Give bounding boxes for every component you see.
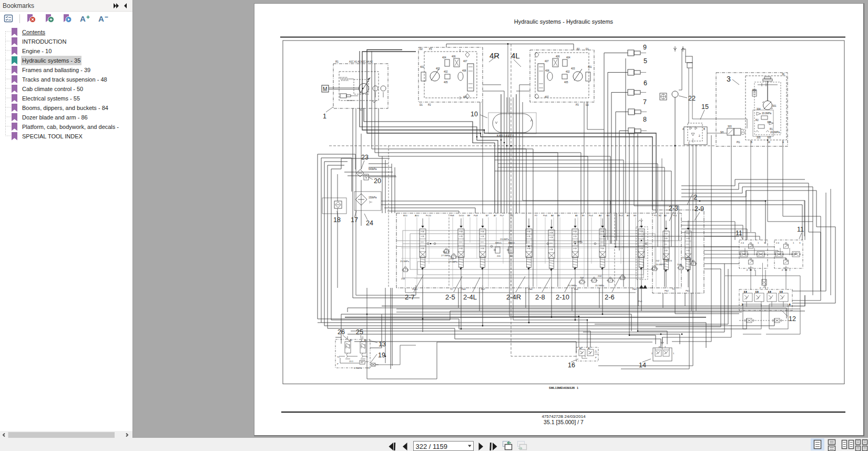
svg-text:23.0MPa: 23.0MPa	[500, 238, 509, 240]
svg-text:13-1: 13-1	[349, 360, 354, 363]
svg-text:12: 12	[789, 315, 796, 323]
svg-text:4R: 4R	[489, 51, 499, 60]
svg-text:305: 305	[767, 136, 771, 139]
svg-text:407: 407	[545, 60, 549, 63]
svg-text:MRV3: MRV3	[666, 259, 672, 262]
svg-text:Pb8: Pb8	[450, 214, 454, 217]
svg-text:P: P	[659, 346, 660, 348]
svg-text:B: B	[703, 128, 705, 131]
svg-text:19: 19	[378, 352, 385, 359]
svg-text:25.5MPa: 25.5MPa	[682, 256, 691, 259]
svg-text:2-10: 2-10	[556, 293, 569, 301]
svg-text:36: 36	[782, 73, 785, 76]
svg-text:25.5MPa: 25.5MPa	[595, 284, 605, 287]
svg-text:403: 403	[571, 67, 575, 70]
svg-text:2: 2	[693, 193, 697, 201]
svg-text:A1C A1 A2 A2C A4 A3: A1C A1 A2 A2C A4 A3	[349, 61, 373, 63]
svg-text:P2: P2	[577, 48, 580, 51]
svg-text:2-4R: 2-4R	[506, 293, 521, 301]
svg-text:303: 303	[728, 125, 732, 128]
svg-text:2-7: 2-7	[405, 293, 415, 301]
svg-text:R2: R2	[755, 119, 759, 122]
svg-text:25.5MPa: 25.5MPa	[400, 260, 410, 263]
svg-text:P: P	[760, 287, 761, 289]
svg-text:R1: R1	[770, 128, 773, 131]
svg-text:A10: A10	[415, 214, 419, 217]
svg-text:11: 11	[736, 229, 742, 237]
svg-text:25.5MPa: 25.5MPa	[574, 240, 583, 243]
svg-text:16: 16	[568, 362, 575, 369]
svg-text:20: 20	[374, 177, 381, 185]
svg-text:P3: P3	[576, 104, 579, 106]
svg-text:T1: T1	[337, 356, 340, 358]
svg-text:A5: A5	[575, 214, 578, 217]
svg-text:Pb8: Pb8	[462, 288, 466, 290]
svg-text:150kPa: 150kPa	[369, 196, 377, 199]
svg-text:402: 402	[444, 71, 448, 73]
svg-text:P: P	[782, 269, 783, 272]
svg-text:5: 5	[644, 57, 647, 65]
svg-text:1: 1	[673, 352, 675, 355]
svg-text:47574272B 24/03/2014: 47574272B 24/03/2014	[542, 414, 586, 419]
svg-text:401: 401	[588, 66, 592, 68]
svg-text:M: M	[768, 141, 770, 144]
svg-text:B: B	[751, 141, 752, 144]
svg-text:301: 301	[772, 105, 777, 107]
svg-text:Pb2: Pb2	[665, 289, 669, 292]
svg-text:17: 17	[351, 216, 358, 224]
svg-text:304: 304	[767, 121, 771, 124]
svg-text:405: 405	[444, 81, 448, 84]
svg-text:Pb3: Pb3	[632, 288, 637, 290]
svg-text:404: 404	[442, 56, 446, 59]
svg-text:407: 407	[463, 96, 467, 98]
svg-text:T2: T2	[450, 288, 453, 290]
svg-text:A2: A2	[579, 347, 583, 349]
svg-text:Po1: Po1	[638, 300, 642, 303]
svg-text:C: C	[688, 142, 690, 145]
svg-text:201: 201	[497, 255, 501, 257]
svg-text:T1: T1	[672, 288, 675, 290]
svg-text:P: P	[747, 269, 748, 272]
svg-text:P: P	[337, 363, 339, 365]
svg-text:B8: B8	[467, 214, 471, 217]
svg-text:P2: P2	[428, 104, 431, 106]
svg-text:A: A	[80, 14, 86, 23]
svg-text:PG: PG	[737, 141, 740, 144]
svg-text:A: A	[98, 14, 104, 23]
svg-text:A6: A6	[551, 214, 554, 217]
svg-text:402: 402	[566, 71, 570, 73]
svg-text:302: 302	[752, 89, 757, 92]
svg-text:D1: D1	[586, 48, 589, 51]
svg-text:403: 403	[436, 67, 440, 70]
svg-text:25.5MPa: 25.5MPa	[568, 284, 577, 287]
svg-text:P1: P1	[367, 367, 370, 369]
svg-text:404: 404	[566, 56, 570, 59]
svg-text:1: 1	[793, 242, 794, 244]
svg-text:1 3: 1 3	[755, 291, 758, 293]
svg-text:2: 2	[699, 135, 700, 137]
svg-text:SML13MEH0393JB: SML13MEH0393JB	[549, 386, 575, 389]
svg-text:204: 204	[598, 275, 602, 277]
svg-text:1 3: 1 3	[768, 291, 771, 293]
svg-text:R1: R1	[335, 61, 339, 63]
svg-text:2-6: 2-6	[605, 293, 615, 301]
svg-text:27.5MPa: 27.5MPa	[448, 260, 458, 263]
svg-text:P2: P2	[535, 214, 538, 217]
svg-text:408: 408	[545, 69, 549, 72]
svg-text:322 / 1159: 322 / 1159	[416, 443, 447, 450]
svg-text:B10: B10	[403, 214, 407, 217]
svg-text:9: 9	[643, 44, 647, 51]
svg-text:Dr10: Dr10	[459, 214, 464, 217]
svg-text:B2: B2	[659, 214, 662, 217]
svg-text:2: 2	[742, 303, 743, 306]
svg-text:B5: B5	[582, 214, 585, 217]
svg-text:27.5MPa: 27.5MPa	[441, 254, 451, 257]
svg-text:P3: P3	[429, 48, 432, 51]
svg-text:406: 406	[452, 55, 456, 58]
svg-text:2: 2	[651, 352, 653, 355]
svg-text:18: 18	[333, 216, 341, 224]
svg-text:Pa4: Pa4	[574, 288, 578, 290]
svg-text:1 3: 1 3	[744, 291, 747, 293]
svg-text:408: 408	[462, 69, 466, 72]
svg-text:3: 3	[799, 242, 801, 244]
